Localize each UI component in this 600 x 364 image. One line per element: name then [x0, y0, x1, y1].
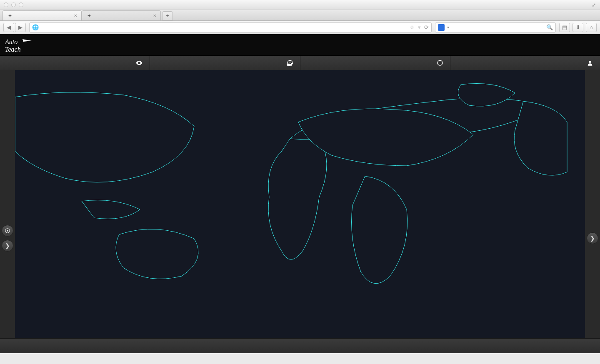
downloads-icon[interactable]: ⬇	[572, 23, 583, 32]
svg-point-6	[439, 62, 441, 64]
side-next-button[interactable]: ❯	[2, 240, 13, 252]
reload-icon[interactable]: ⟳	[424, 24, 429, 30]
home-icon[interactable]: ⌂	[586, 23, 597, 32]
bookmark-icon[interactable]: ☆	[410, 24, 415, 30]
feeds-icon[interactable]: ▤	[559, 23, 570, 32]
gear-icon	[437, 56, 443, 70]
app-header: Auto Teach	[0, 34, 600, 56]
map-svg	[15, 70, 568, 338]
breadcrumb-home[interactable]	[0, 338, 600, 353]
svg-point-2	[139, 62, 140, 64]
tab-website-parent-controls[interactable]: ✦ ×	[82, 10, 161, 20]
search-input[interactable]	[452, 24, 544, 31]
user-icon	[587, 56, 593, 70]
tab-favicon-icon: ✦	[86, 13, 92, 19]
nav-logout[interactable]	[450, 56, 600, 70]
forward-button[interactable]: ▶	[15, 23, 26, 32]
nav-overview[interactable]	[0, 56, 150, 70]
mac-titlebar: ⤢	[0, 0, 600, 10]
traffic-minimize[interactable]	[11, 2, 16, 7]
traffic-close[interactable]	[4, 2, 8, 7]
side-gear-button[interactable]	[2, 225, 13, 237]
globe-icon: 🌐	[32, 24, 39, 30]
search-engine-icon	[438, 24, 445, 31]
gear-icon	[287, 56, 293, 70]
close-icon[interactable]: ×	[74, 12, 77, 19]
tab-favicon-icon: ✦	[7, 13, 13, 19]
search-icon[interactable]: 🔍	[546, 24, 553, 30]
eye-icon	[135, 56, 143, 70]
traffic-zoom[interactable]	[19, 2, 23, 7]
close-icon[interactable]: ×	[153, 12, 156, 19]
svg-text:Teach: Teach	[5, 46, 21, 53]
tab-router-parent-controls[interactable]: ✦ ×	[2, 10, 82, 20]
side-next-right-button[interactable]: ❯	[587, 232, 598, 244]
world-traffic-map	[0, 70, 600, 338]
app-nav	[0, 56, 600, 70]
browser-tabstrip: ✦ × ✦ × +	[0, 10, 600, 21]
nav-configuration[interactable]	[150, 56, 300, 70]
svg-point-9	[7, 230, 8, 232]
browser-toolbar: ◀ ▶ 🌐 ☆ ▾ ⟳ ▾ 🔍 ▤ ⬇ ⌂	[0, 21, 600, 34]
search-bar[interactable]: ▾ 🔍	[435, 22, 556, 32]
newtab-button[interactable]: +	[162, 11, 173, 20]
autoteach-logo: Auto Teach	[0, 36, 32, 54]
svg-text:Auto: Auto	[5, 38, 18, 45]
svg-point-4	[289, 62, 291, 64]
nav-help[interactable]	[300, 56, 450, 70]
back-button[interactable]: ◀	[3, 23, 14, 32]
address-bar[interactable]: 🌐 ☆ ▾ ⟳	[29, 22, 432, 32]
svg-point-7	[589, 61, 591, 63]
fullscreen-icon[interactable]: ⤢	[592, 2, 598, 8]
